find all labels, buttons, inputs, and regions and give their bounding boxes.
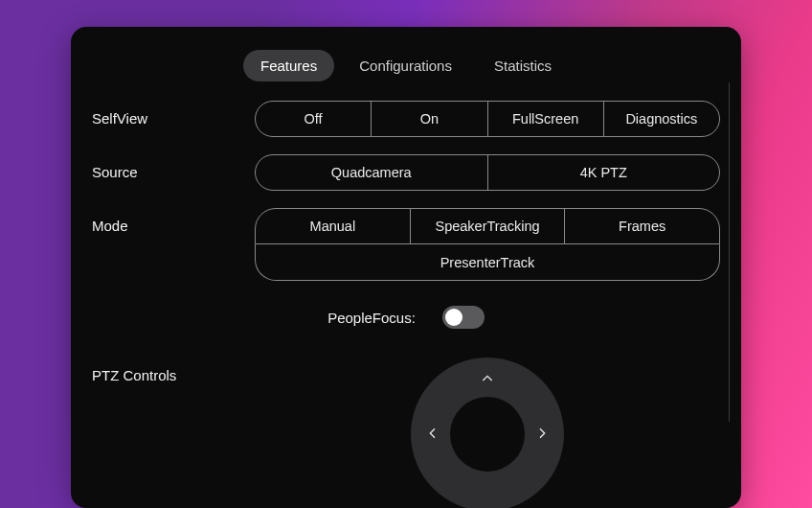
- tab-bar: Features Configurations Statistics: [92, 50, 720, 81]
- source-quadcamera[interactable]: Quadcamera: [256, 155, 488, 190]
- chevron-left-icon: [425, 426, 440, 444]
- ptz-label: PTZ Controls: [92, 358, 255, 383]
- people-focus-row: PeopleFocus:: [92, 306, 720, 329]
- selfview-off[interactable]: Off: [256, 102, 372, 136]
- tab-features[interactable]: Features: [243, 50, 334, 81]
- selfview-on[interactable]: On: [372, 102, 487, 136]
- mode-segment-row1: Manual SpeakerTracking Frames: [255, 208, 720, 244]
- selfview-fullscreen[interactable]: FullScreen: [488, 102, 604, 136]
- selfview-segment: Off On FullScreen Diagnostics: [255, 101, 720, 137]
- mode-presentertrack[interactable]: PresenterTrack: [256, 244, 719, 280]
- ptz-dpad: [411, 358, 564, 508]
- mode-label: Mode: [92, 208, 255, 234]
- source-segment: Quadcamera 4K PTZ: [255, 154, 720, 191]
- mode-frames[interactable]: Frames: [565, 209, 719, 243]
- chevron-right-icon: [534, 426, 550, 444]
- people-focus-toggle[interactable]: [442, 306, 485, 329]
- people-focus-label: PeopleFocus:: [327, 310, 416, 326]
- selfview-label: SelfView: [92, 101, 255, 127]
- ptz-left-button[interactable]: [420, 422, 445, 447]
- source-4kptz[interactable]: 4K PTZ: [488, 155, 720, 190]
- selfview-diagnostics[interactable]: Diagnostics: [604, 102, 719, 136]
- mode-manual[interactable]: Manual: [256, 209, 411, 243]
- ptz-center-button[interactable]: [450, 397, 525, 472]
- scroll-indicator: [729, 82, 730, 422]
- source-label: Source: [92, 154, 255, 180]
- settings-panel: Features Configurations Statistics SelfV…: [71, 27, 741, 508]
- chevron-up-icon: [480, 371, 495, 389]
- tab-statistics[interactable]: Statistics: [477, 50, 569, 81]
- ptz-up-button[interactable]: [475, 367, 500, 392]
- mode-speakertracking[interactable]: SpeakerTracking: [411, 209, 566, 243]
- mode-segment-row2: PresenterTrack: [255, 244, 720, 281]
- tab-configurations[interactable]: Configurations: [342, 50, 469, 81]
- toggle-knob: [445, 309, 462, 326]
- ptz-right-button[interactable]: [530, 422, 554, 447]
